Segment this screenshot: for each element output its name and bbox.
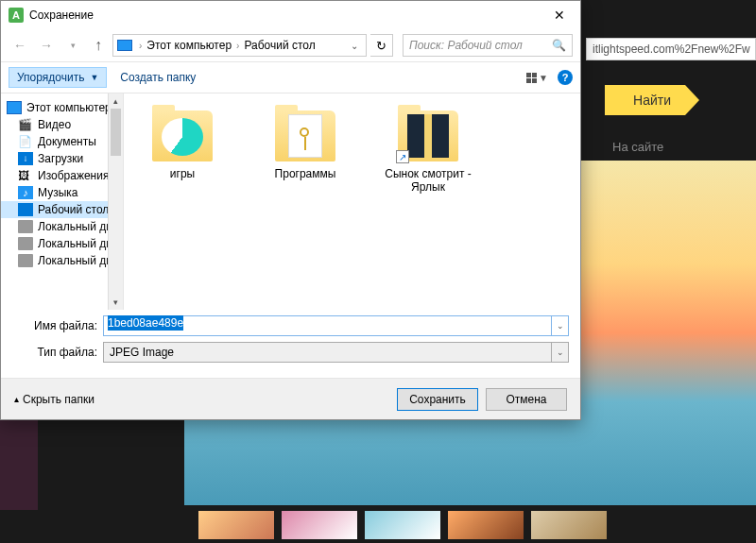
search-box[interactable]: 🔍 (403, 34, 573, 57)
file-fields: Имя файла: 1bed08ae489e ⌄ Тип файла: JPE… (1, 310, 580, 378)
filename-input[interactable]: 1bed08ae489e (103, 315, 552, 336)
side-image (0, 416, 38, 510)
path-dropdown[interactable]: ⌄ (347, 41, 362, 51)
sidebar-item-desktop[interactable]: Рабочий стол (1, 201, 123, 218)
url-bar[interactable]: itlightspeed.com%2Fnew%2Fw (586, 38, 756, 60)
dialog-footer: ▴ Скрыть папки Сохранить Отмена (1, 378, 580, 419)
sidebar-item-video[interactable]: Видео (1, 116, 123, 133)
search-button[interactable]: Найти (605, 85, 699, 115)
sidebar-item-disk[interactable]: Локальный дис (1, 218, 123, 235)
music-icon (18, 186, 33, 199)
sidebar-item-disk[interactable]: Локальный дис (1, 252, 123, 269)
folder-games[interactable]: игры (135, 110, 230, 180)
search-icon[interactable]: 🔍 (552, 39, 566, 52)
filetype-label: Тип файла: (12, 346, 103, 359)
thumbnail[interactable] (282, 511, 357, 539)
scroll-thumb[interactable] (111, 109, 121, 156)
video-icon (18, 118, 33, 131)
recent-dropdown[interactable]: ▾ (61, 34, 84, 57)
hide-folders-toggle[interactable]: ▴ Скрыть папки (14, 393, 94, 406)
pc-icon (7, 101, 22, 114)
filename-dropdown[interactable]: ⌄ (552, 315, 569, 336)
disk-icon (18, 254, 33, 267)
refresh-button[interactable]: ↻ (370, 34, 393, 57)
thumbnail[interactable] (531, 511, 607, 539)
path-current[interactable]: Рабочий стол (244, 39, 315, 52)
up-button[interactable]: ↑ (88, 35, 109, 56)
save-button[interactable]: Сохранить (397, 388, 478, 411)
thumbnail[interactable] (198, 511, 274, 539)
address-bar[interactable]: › Этот компьютер › Рабочий стол ⌄ (112, 34, 367, 57)
app-icon: A (9, 8, 24, 23)
sidebar-item-documents[interactable]: Документы (1, 133, 123, 150)
forward-button[interactable]: → (35, 34, 58, 57)
thumbnail[interactable] (365, 511, 440, 539)
document-icon (18, 135, 33, 148)
grid-icon (526, 73, 537, 83)
close-button[interactable]: ✕ (538, 1, 580, 29)
sidebar: Этот компьютер Видео Документы Загрузки … (1, 93, 124, 310)
back-button[interactable]: ← (9, 34, 31, 57)
dialog-title: Сохранение (29, 8, 538, 22)
folder-label: Сынок смотрит - Ярлык (381, 167, 475, 194)
new-folder-button[interactable]: Создать папку (120, 71, 196, 84)
download-icon (18, 152, 33, 165)
cancel-button[interactable]: Отмена (486, 388, 567, 411)
view-button[interactable]: ▼ (526, 73, 548, 83)
toolbar: Упорядочить ▼ Создать папку ▼ ? (1, 61, 580, 93)
scroll-up[interactable]: ▴ (109, 93, 123, 109)
site-tab[interactable]: На сайте (612, 140, 663, 154)
titlebar[interactable]: A Сохранение ✕ (1, 1, 580, 29)
desktop-icon (18, 203, 33, 216)
path-root[interactable]: Этот компьютер (146, 39, 232, 52)
scrollbar[interactable]: ▴ ▾ (108, 93, 123, 310)
disk-icon (18, 237, 33, 250)
filetype-dropdown[interactable]: ⌄ (552, 342, 569, 363)
chevron-up-icon: ▴ (14, 394, 19, 404)
filename-label: Имя файла: (12, 319, 103, 332)
organize-button[interactable]: Упорядочить ▼ (9, 67, 107, 88)
sidebar-item-disk[interactable]: Локальный дис (1, 235, 123, 252)
image-icon (18, 169, 33, 182)
sidebar-root[interactable]: Этот компьютер (1, 99, 123, 116)
chevron-down-icon: ▼ (90, 73, 98, 82)
sidebar-item-images[interactable]: Изображения (1, 167, 123, 184)
chevron-right-icon: › (136, 41, 145, 51)
chevron-right-icon: › (233, 41, 242, 51)
folder-programs[interactable]: Программы (258, 110, 352, 180)
folder-label: Программы (258, 167, 352, 180)
disk-icon (18, 220, 33, 233)
scroll-down[interactable]: ▾ (109, 295, 123, 310)
pc-icon (117, 40, 132, 51)
save-dialog: A Сохранение ✕ ← → ▾ ↑ › Этот компьютер … (0, 0, 581, 420)
help-icon[interactable]: ? (558, 70, 573, 85)
nav-bar: ← → ▾ ↑ › Этот компьютер › Рабочий стол … (1, 29, 580, 61)
thumbnail-strip (198, 507, 756, 543)
sidebar-item-music[interactable]: Музыка (1, 184, 123, 201)
shortcut-arrow-icon: ↗ (396, 150, 409, 163)
folder-shortcut[interactable]: ↗ Сынок смотрит - Ярлык (381, 110, 475, 194)
sidebar-item-downloads[interactable]: Загрузки (1, 150, 123, 167)
thumbnail[interactable] (448, 511, 524, 539)
folder-label: игры (135, 167, 230, 180)
filetype-select[interactable]: JPEG Image (103, 342, 552, 363)
search-input[interactable] (409, 39, 552, 52)
folder-view[interactable]: игры Программы ↗ Сынок смотрит - Ярлык (124, 93, 580, 310)
